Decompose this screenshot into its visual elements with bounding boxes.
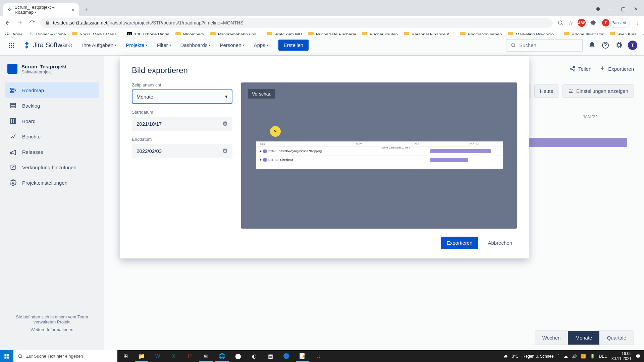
svg-point-2	[7, 33, 8, 34]
star-icon[interactable]: ☆	[568, 20, 573, 26]
profile-status-pill[interactable]: T Pausiert	[601, 18, 630, 27]
excel-icon[interactable]: X	[166, 350, 182, 362]
search-icon	[17, 354, 23, 359]
svg-rect-38	[4, 354, 6, 356]
url-bar[interactable]: testdeutsch1.atlassian.net/jira/software…	[40, 18, 553, 28]
svg-rect-41	[7, 356, 9, 358]
reload-button[interactable]	[28, 19, 36, 26]
tab-title: Scrum_Testprojekt – Roadmap -	[15, 5, 68, 15]
svg-rect-39	[7, 354, 9, 356]
mail-icon[interactable]: ✉	[198, 350, 214, 362]
preview-panel: Vorschau Epic NOV DEZ JAN '22 Sprint 1, …	[241, 82, 517, 229]
preview-label: Vorschau	[248, 89, 275, 99]
url-path: /jira/software/projects/STP/boards/1/roa…	[107, 20, 244, 25]
svg-point-3	[8, 33, 9, 34]
cursor-highlight	[270, 126, 281, 137]
svg-point-0	[558, 21, 562, 24]
start-button[interactable]	[0, 350, 13, 362]
app-icon[interactable]: ◐	[246, 350, 262, 362]
back-button[interactable]	[4, 19, 11, 26]
explorer-icon[interactable]: 📁	[133, 350, 150, 362]
language-indicator[interactable]: DEU	[599, 354, 607, 359]
onedrive-icon[interactable]: ☁	[564, 354, 568, 359]
forward-button[interactable]	[16, 19, 23, 26]
spotify-icon[interactable]: ♫	[311, 350, 327, 362]
abp-extension-icon[interactable]: ABP	[578, 19, 586, 27]
epic-icon	[263, 158, 267, 162]
action-center-icon[interactable]: 💬	[636, 354, 641, 359]
lock-icon	[45, 20, 50, 25]
modal-title: Bild exportieren	[132, 66, 517, 75]
taskbar-search[interactable]: Zur Suche Text hier eingeben	[13, 350, 117, 362]
chrome-icon[interactable]: 🌐	[214, 350, 230, 362]
task-view-icon[interactable]: ⊞	[117, 350, 133, 362]
end-date-input[interactable]: 2022/02/03	[132, 144, 232, 158]
schedule-view-label: Zeitplanansicht	[132, 82, 232, 87]
maximize-icon[interactable]: ▢	[621, 6, 626, 12]
browser-tab[interactable]: Scrum_Testprojekt – Roadmap - ✕	[3, 3, 79, 16]
modal-cancel-button[interactable]: Abbrechen	[483, 237, 517, 249]
clear-icon[interactable]	[222, 121, 228, 126]
extensions-icon[interactable]	[590, 20, 596, 26]
tray-chevron-icon[interactable]: ˄	[558, 354, 560, 359]
url-host: testdeutsch1.atlassian.net	[53, 20, 107, 25]
app-icon[interactable]: ▤	[262, 350, 278, 362]
schedule-view-select[interactable]: Monate ▾	[132, 89, 232, 104]
battery-icon[interactable]: 🔋	[590, 354, 595, 359]
jira-favicon	[7, 7, 12, 12]
notepad-icon[interactable]: 📝	[294, 350, 311, 362]
zoom-icon[interactable]	[557, 20, 564, 26]
profile-dot-icon[interactable]	[596, 7, 600, 11]
powerpoint-icon[interactable]: P	[182, 350, 198, 362]
clear-icon[interactable]	[222, 148, 228, 154]
windows-taskbar: Zur Suche Text hier eingeben ⊞ 📁 W X P ✉…	[0, 350, 644, 362]
close-window-icon[interactable]: ✕	[634, 6, 638, 12]
svg-point-42	[18, 354, 21, 357]
obs-icon[interactable]: ⬤	[230, 350, 246, 362]
svg-rect-40	[4, 356, 6, 358]
weather-temp: 3°C	[512, 354, 519, 359]
tab-close-icon[interactable]: ✕	[71, 7, 75, 12]
tray-clock[interactable]: 16:06 30.11.2021	[611, 351, 632, 361]
start-date-input[interactable]: 2021/10/17	[132, 117, 232, 131]
weather-icon[interactable]: 🌧	[504, 354, 508, 359]
end-date-label: Enddatum	[132, 137, 232, 142]
minimize-icon[interactable]: —	[608, 6, 613, 12]
modal-export-button[interactable]: Exportieren	[441, 237, 479, 249]
word-icon[interactable]: W	[150, 350, 166, 362]
new-tab-button[interactable]: ＋	[82, 5, 91, 14]
menu-icon[interactable]: ⋮	[635, 20, 640, 26]
start-date-label: Startdatum	[132, 110, 232, 115]
svg-point-1	[5, 33, 6, 34]
weather-desc: Regen u. Schnee	[523, 354, 554, 359]
export-image-modal: Bild exportieren Zeitplanansicht Monate …	[120, 56, 529, 258]
wifi-icon[interactable]: 📶	[581, 354, 586, 359]
edge-icon[interactable]: 🔵	[278, 350, 294, 362]
chevron-down-icon: ▾	[225, 94, 228, 100]
roadmap-preview-image: Epic NOV DEZ JAN '22 Sprint 1, Bei Sprin…	[256, 141, 503, 169]
volume-icon[interactable]: 🔊	[572, 354, 577, 359]
